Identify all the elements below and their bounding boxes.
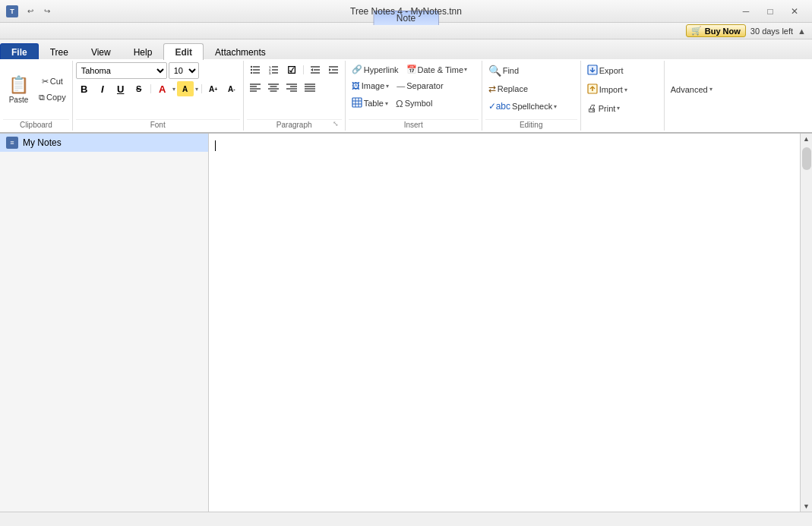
find-icon: 🔍 [488,65,501,77]
strikethrough-button[interactable]: S [131,81,147,96]
divider-1 [150,84,151,93]
paragraph-label: Paragraph ⤡ [247,119,342,131]
image-button[interactable]: 🖼 Image ▾ [349,79,393,93]
font-content: Tahoma 10 B I U S A ▾ A ▾ A+ A- [76,61,240,118]
spellcheck-button[interactable]: ✓abc Spellcheck ▾ [485,99,561,114]
font-family-select[interactable]: Tahoma [76,62,167,79]
tree-item-label: My Notes [23,137,62,148]
tree-item-icon: ≡ [6,137,18,149]
table-dropdown-icon[interactable]: ▾ [385,100,388,107]
redo-button[interactable]: ↪ [39,4,55,19]
subscript-button[interactable]: A- [223,81,240,96]
list-buttons-row: 1.2.3. ☑ [247,62,342,77]
collapse-arrow-icon[interactable]: ▲ [798,27,806,36]
import-button[interactable]: Import ▾ [584,81,630,98]
minimize-button[interactable]: ─ [735,4,757,19]
checklist-button[interactable]: ☑ [283,62,300,77]
paste-icon: 📋 [8,75,29,95]
export-icon [587,65,598,77]
editor-content[interactable] [209,134,812,512]
superscript-button[interactable]: A+ [205,81,222,96]
align-center-button[interactable] [265,80,282,95]
export-button[interactable]: Export [584,62,627,79]
hyperlink-icon: 🔗 [352,65,362,74]
datetime-button[interactable]: 📅 Date & Time ▾ [403,62,471,77]
cut-button[interactable]: ✂ Cut [36,74,69,89]
replace-button[interactable]: ⇄ Replace [485,81,531,96]
advanced-button[interactable]: Advanced ▾ [668,83,716,96]
import-dropdown-icon[interactable]: ▾ [624,87,627,93]
unordered-list-button[interactable] [247,62,264,77]
font-color-button[interactable]: A [154,81,171,96]
scrollbar-thumb[interactable] [802,147,811,170]
tab-file[interactable]: File [0,43,39,60]
buy-now-bar: 🛒 Buy Now 30 days left ▲ [0,23,812,39]
indent-increase-button[interactable] [325,62,342,77]
font-color-dropdown-icon[interactable]: ▾ [172,86,175,93]
font-selectors-row: Tahoma 10 [76,62,199,79]
scroll-down-arrow[interactable]: ▼ [801,501,812,512]
align-left-button[interactable] [247,80,264,95]
editing-label: Editing [485,119,577,131]
tab-edit[interactable]: Edit [163,43,204,60]
paste-button[interactable]: 📋 Paste [3,73,34,106]
image-dropdown-icon[interactable]: ▾ [386,83,389,90]
title-bar-left: T ↩ ↪ [6,4,55,19]
font-group: Tahoma 10 B I U S A ▾ A ▾ A+ A- Fon [73,61,244,131]
align-right-button[interactable] [283,80,300,95]
table-icon [352,97,362,109]
font-label: Font [76,119,240,131]
print-dropdown-icon[interactable]: ▾ [617,105,620,112]
scroll-up-arrow[interactable]: ▲ [801,134,812,144]
font-size-select[interactable]: 10 [169,62,199,79]
table-button[interactable]: Table ▾ [349,95,391,112]
divider-2 [201,84,202,93]
paragraph-content: 1.2.3. ☑ [247,61,342,118]
hyperlink-button[interactable]: 🔗 Hyperlink [349,62,402,77]
title-bar: T ↩ ↪ Note Tree Notes 4 - MyNotes.tnn ─ … [0,0,812,23]
underline-button[interactable]: U [112,81,129,96]
insert-row2: 🖼 Image ▾ — Separator [349,79,447,93]
divider-3 [303,65,304,74]
find-button[interactable]: 🔍 Find [485,62,522,79]
close-button[interactable]: ✕ [783,4,806,19]
days-remaining: 30 days left [750,27,793,36]
tab-help[interactable]: Help [122,43,164,60]
datetime-dropdown-icon[interactable]: ▾ [464,66,467,73]
cut-icon: ✂ [42,77,49,87]
buy-now-button[interactable]: 🛒 Buy Now [686,24,746,37]
copy-button[interactable]: ⧉ Copy [36,90,69,105]
sidebar: ≡ My Notes [0,134,209,512]
tab-tree[interactable]: Tree [39,43,80,60]
italic-button[interactable]: I [94,81,111,96]
vertical-scrollbar[interactable]: ▲ ▼ [800,134,812,512]
highlight-button[interactable]: A [177,81,194,96]
paragraph-group: 1.2.3. ☑ [244,61,346,131]
note-tab-label: Note [397,13,415,24]
print-button[interactable]: 🖨 Print ▾ [584,100,624,116]
advanced-dropdown-icon[interactable]: ▾ [709,86,712,93]
tab-attachments[interactable]: Attachments [204,43,277,60]
indent-decrease-button[interactable] [307,62,324,77]
highlight-dropdown-icon[interactable]: ▾ [195,86,198,93]
advanced-group: Advanced ▾ adv [665,61,719,131]
datetime-icon: 📅 [406,65,417,74]
bold-button[interactable]: B [76,81,93,96]
ordered-list-button[interactable]: 1.2.3. [265,62,282,77]
insert-group: 🔗 Hyperlink 📅 Date & Time ▾ 🖼 Image ▾ — [346,61,482,131]
symbol-button[interactable]: Ω Symbol [393,96,435,112]
undo-button[interactable]: ↩ [23,4,38,19]
insert-content: 🔗 Hyperlink 📅 Date & Time ▾ 🖼 Image ▾ — [349,61,479,118]
separator-icon: — [397,81,405,90]
io-content: Export Import ▾ 🖨 Print ▾ [584,61,661,118]
separator-button[interactable]: — Separator [393,79,446,93]
tree-item-my-notes[interactable]: ≡ My Notes [0,134,208,152]
paragraph-expand-icon[interactable]: ⤡ [331,120,340,129]
svg-point-4 [250,69,251,71]
spellcheck-dropdown-icon[interactable]: ▾ [554,103,557,110]
editing-group: 🔍 Find ⇄ Replace ✓abc Spellcheck ▾ Editi… [482,61,581,131]
tab-view[interactable]: View [80,43,122,60]
maximize-button[interactable]: □ [759,4,782,19]
align-justify-button[interactable] [302,80,318,95]
replace-icon: ⇄ [488,83,496,94]
